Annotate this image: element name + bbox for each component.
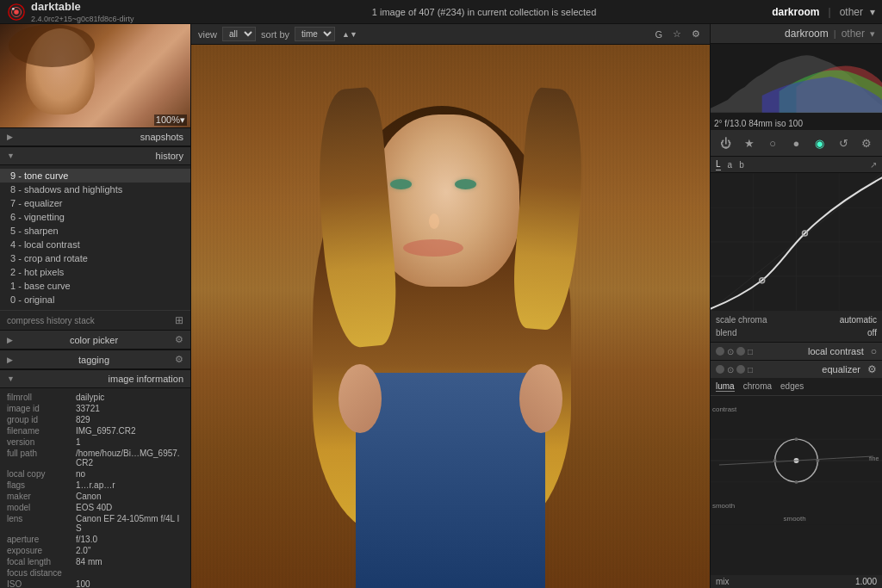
eq-icon1[interactable]: ⊙ — [727, 365, 734, 374]
blend-value[interactable]: off — [867, 328, 877, 337]
local-contrast-controls: ⊙ □ — [716, 347, 753, 356]
history-arrow: ▼ — [7, 152, 15, 160]
snapshots-arrow: ▶ — [7, 133, 13, 141]
mix-row: mix 1.000 — [711, 575, 882, 588]
histogram-area: 2° f/13.0 84mm iso 100 — [711, 44, 882, 130]
tagging-title: tagging — [78, 355, 109, 365]
eq-tab-chroma[interactable]: chroma — [743, 381, 772, 392]
history-item[interactable]: 5 - sharpen — [0, 224, 190, 238]
imageid-val: 33721 — [76, 404, 100, 413]
settings-icon-btn[interactable]: ⚙ — [857, 133, 876, 152]
lc-icon2[interactable]: □ — [748, 347, 753, 356]
local-contrast-circle-icon[interactable]: ○ — [871, 345, 877, 357]
eq-tab-luma[interactable]: luma — [716, 381, 735, 392]
photo-background — [191, 45, 710, 588]
focallength-key: focal length — [7, 557, 76, 566]
image-info-title: image information — [109, 374, 183, 384]
mode-separator: | — [829, 6, 831, 18]
mode-arrow[interactable]: ▾ — [870, 6, 875, 18]
panel-arrow[interactable]: ▾ — [870, 28, 875, 40]
eq-dot1[interactable] — [716, 365, 724, 374]
circle-icon-btn[interactable]: ○ — [763, 133, 782, 152]
zoom-level[interactable]: 100%▾ — [154, 115, 187, 126]
exposure-val: 2.0" — [76, 546, 90, 555]
compress-history-icon[interactable]: ⊞ — [175, 314, 183, 326]
tab-b[interactable]: b — [739, 159, 744, 170]
flags-key: flags — [7, 480, 76, 490]
lens-key: lens — [7, 514, 76, 533]
curve-arrow-icon[interactable]: ↗ — [870, 160, 877, 170]
power-icon-btn[interactable]: ⏻ — [717, 133, 736, 152]
equalizer-gear-icon[interactable]: ⚙ — [867, 363, 877, 375]
history-header[interactable]: ▼ history — [0, 146, 190, 165]
star-icon-btn[interactable]: ★ — [740, 133, 759, 152]
tagging-settings-icon[interactable]: ⚙ — [175, 354, 183, 365]
mode-darkroom[interactable]: darkroom — [772, 6, 819, 18]
lc-dot1[interactable] — [716, 347, 724, 356]
lc-dot2[interactable] — [736, 347, 745, 356]
svg-text:contrast: contrast — [712, 405, 737, 413]
history-item[interactable]: 4 - local contrast — [0, 238, 190, 251]
history-item[interactable]: 1 - base curve — [0, 279, 190, 293]
snapshots-header[interactable]: ▶ snapshots — [0, 127, 190, 146]
color-picker-header[interactable]: ▶ color picker ⚙ — [0, 330, 190, 350]
model-key: model — [7, 503, 76, 512]
model-val: EOS 40D — [76, 503, 112, 512]
equalizer-header: ⊙ □ equalizer ⚙ — [711, 360, 882, 378]
other-mode-label[interactable]: other — [842, 28, 865, 40]
lens-val: Canon EF 24-105mm f/4L IS — [76, 514, 183, 533]
darkroom-mode-label[interactable]: darkroom — [785, 28, 829, 40]
tab-L[interactable]: L — [716, 158, 721, 170]
focusdist-key: focus distance — [7, 568, 76, 578]
history-item[interactable]: 6 - vignetting — [0, 210, 190, 224]
history-item[interactable]: 9 - tone curve — [0, 169, 190, 183]
sort-select[interactable]: time — [295, 27, 335, 41]
center-area: view all sort by time ▲▼ G ☆ ⚙ — [191, 24, 710, 588]
fullpath-key: full path — [7, 449, 76, 467]
tab-a[interactable]: a — [728, 159, 733, 170]
history-title: history — [156, 151, 183, 161]
scale-chroma-label: scale chroma — [716, 315, 767, 325]
eq-tab-edges[interactable]: edges — [780, 381, 804, 392]
maker-key: maker — [7, 492, 76, 501]
photo-container — [191, 45, 710, 588]
view-label: view — [198, 29, 217, 40]
history-item[interactable]: 2 - hot pixels — [0, 265, 190, 279]
history-list: 9 - tone curve 8 - shadows and highlight… — [0, 165, 190, 310]
maker-val: Canon — [76, 492, 101, 501]
history-item[interactable]: 8 - shadows and highlights — [0, 183, 190, 196]
g-button[interactable]: G — [655, 29, 662, 40]
aperture-key: aperture — [7, 535, 76, 544]
mode-other[interactable]: other — [840, 6, 863, 18]
aperture-val: f/13.0 — [76, 535, 97, 544]
filled-circle-icon-btn[interactable]: ● — [786, 133, 805, 152]
local-contrast-header: ⊙ □ local contrast ○ — [711, 342, 882, 360]
active-circle-icon-btn[interactable]: ◉ — [811, 133, 829, 152]
left-panel: 100%▾ ▶ snapshots ▼ history 9 - tone cur… — [0, 24, 191, 588]
sort-direction[interactable]: ▲▼ — [342, 30, 357, 39]
filmroll-val: dailypic — [76, 393, 104, 402]
eq-dot2[interactable] — [736, 365, 745, 374]
star-button[interactable]: ☆ — [673, 28, 681, 40]
image-info-header[interactable]: ▼ image information — [0, 369, 190, 388]
scale-chroma-value[interactable]: automatic — [840, 315, 877, 325]
tone-curve-area[interactable] — [711, 173, 882, 311]
gear-button[interactable]: ⚙ — [692, 28, 700, 40]
eq-icon2[interactable]: □ — [748, 365, 753, 374]
equalizer-title: equalizer — [756, 364, 860, 374]
exposure-key: exposure — [7, 546, 76, 555]
loop-icon-btn[interactable]: ↺ — [834, 133, 853, 152]
local-contrast-title: local contrast — [756, 346, 864, 356]
color-picker-settings-icon[interactable]: ⚙ — [175, 334, 183, 345]
view-select[interactable]: all — [222, 27, 256, 41]
filmroll-key: filmroll — [7, 393, 76, 402]
history-item[interactable]: 0 - original — [0, 293, 190, 306]
history-item[interactable]: 7 - equalizer — [0, 196, 190, 210]
history-item[interactable]: 3 - crop and rotate — [0, 251, 190, 265]
tagging-header[interactable]: ▶ tagging ⚙ — [0, 350, 190, 369]
tone-curve-svg — [711, 173, 882, 311]
localcopy-key: local copy — [7, 469, 76, 479]
eq-canvas-area[interactable]: contrast fine smooth smooth — [711, 396, 882, 525]
mix-value[interactable]: 1.000 — [855, 577, 877, 586]
lc-icon1[interactable]: ⊙ — [727, 347, 734, 356]
